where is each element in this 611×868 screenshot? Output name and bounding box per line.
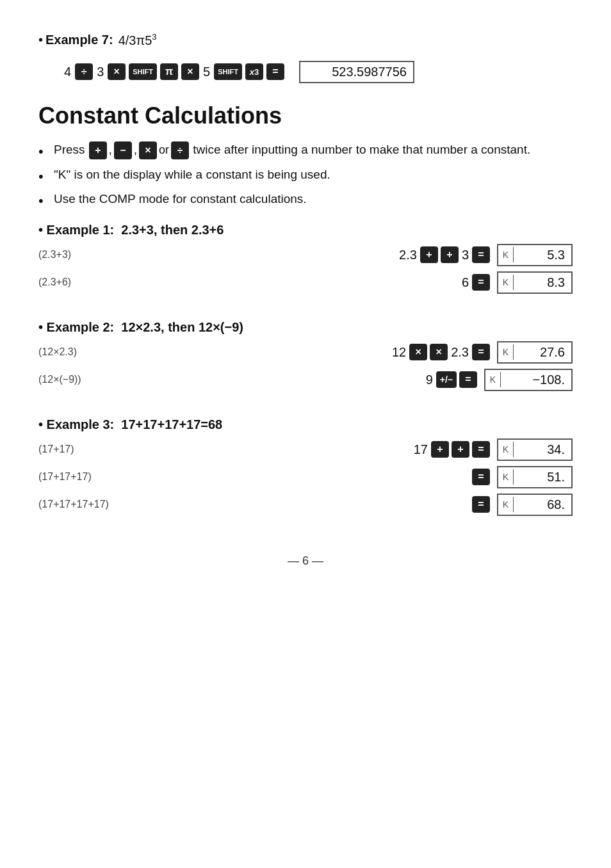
display-3a: K 34. xyxy=(497,438,573,461)
key-eq-1a: = xyxy=(472,246,490,263)
k-label-3b: K xyxy=(498,469,514,485)
key-4: 4 xyxy=(64,65,71,79)
bullet-1: Press +, −, × or ÷ twice after inputting… xyxy=(38,141,573,159)
display-val-1a: 5.3 xyxy=(514,245,571,265)
calc-label-1b: (2.3+6) xyxy=(38,277,122,288)
display-3c: K 68. xyxy=(497,494,573,516)
key-eq-2a: = xyxy=(472,344,490,360)
top-example-prefix: • xyxy=(38,33,43,47)
k-label-2b: K xyxy=(485,372,501,387)
top-example-row: • Example 7: 4/3π53 xyxy=(38,32,573,48)
key-shift-1: SHIFT xyxy=(129,63,157,80)
calc-label-3b: (17+17+17) xyxy=(38,471,122,483)
calc-row-17+17+17: (17+17+17) = K 51. xyxy=(38,466,573,488)
key-shift-2: SHIFT xyxy=(214,63,242,80)
key-plus-3b: + xyxy=(452,441,469,458)
display-val-3b: 51. xyxy=(514,467,571,487)
calc-row-17+17: (17+17) 17 + + = K 34. xyxy=(38,438,573,461)
example1-title: • Example 1: 2.3+3, then 2.3+6 xyxy=(38,223,573,237)
k-label-1b: K xyxy=(498,275,514,290)
calc-keys-1b: 6 = xyxy=(122,274,491,291)
k-label-2a: K xyxy=(498,344,514,360)
calc-label-2a: (12×2.3) xyxy=(38,346,122,358)
key-eq-1b: = xyxy=(472,274,490,291)
calc-keys-3c: = xyxy=(122,496,491,513)
calc-keys-3b: = xyxy=(122,469,491,485)
display-1a: K 5.3 xyxy=(497,244,573,266)
calc-keys-3a: 17 + + = xyxy=(122,441,491,458)
display-val-2b: −108. xyxy=(501,370,571,390)
key-divide: ÷ xyxy=(75,63,93,80)
top-example-formula: 4/3π53 xyxy=(118,32,157,48)
section-title: Constant Calculations xyxy=(38,102,573,129)
bullet-2: "K" is on the display while a constant i… xyxy=(38,166,573,184)
calc-keys-1a: 2.3 + + 3 = xyxy=(122,246,491,263)
display-2a: K 27.6 xyxy=(497,341,573,364)
key-equals-top: = xyxy=(266,63,284,80)
key-minus-bullet: − xyxy=(114,141,132,159)
key-times-2a: × xyxy=(409,344,427,360)
key-eq-3a: = xyxy=(472,441,490,458)
bullet-list: Press +, −, × or ÷ twice after inputting… xyxy=(38,141,573,209)
key-x3: x3 xyxy=(245,63,263,80)
example2-title: • Example 2: 12×2.3, then 12×(−9) xyxy=(38,320,573,335)
calc-row-12x2.3: (12×2.3) 12 × × 2.3 = K 27.6 xyxy=(38,341,573,364)
calc-label-1a: (2.3+3) xyxy=(38,249,122,261)
calc-label-2b: (12×(−9)) xyxy=(38,374,122,385)
example3-title: • Example 3: 17+17+17+17=68 xyxy=(38,417,573,432)
calc-row-17+17+17+17: (17+17+17+17) = K 68. xyxy=(38,494,573,516)
k-label-3c: K xyxy=(498,497,514,512)
top-display: 523.5987756 xyxy=(299,61,414,83)
top-example-keys: 4 ÷ 3 × SHIFT π × 5 SHIFT x3 = 523.59877… xyxy=(64,61,573,83)
key-eq-3c: = xyxy=(472,496,490,513)
top-example-title: Example 7: xyxy=(45,33,113,47)
display-val-1b: 8.3 xyxy=(514,273,571,293)
key-times-2b: × xyxy=(430,344,448,360)
key-plusminus: +/− xyxy=(436,371,457,388)
calc-keys-2b: 9 +/− = xyxy=(122,371,478,388)
key-eq-2b: = xyxy=(459,371,477,388)
display-val-3a: 34. xyxy=(514,440,571,460)
bullet-3: Use the COMP mode for constant calculati… xyxy=(38,190,573,209)
key-times-bullet: × xyxy=(139,141,157,159)
key-plus-1a: + xyxy=(420,246,438,263)
display-val-2a: 27.6 xyxy=(514,342,571,362)
display-2b: K −108. xyxy=(484,369,573,391)
k-label-1a: K xyxy=(498,247,514,262)
top-example-section: • Example 7: 4/3π53 4 ÷ 3 × SHIFT π × 5 … xyxy=(38,32,573,83)
calc-row-12x-9: (12×(−9)) 9 +/− = K −108. xyxy=(38,369,573,391)
calc-keys-2a: 12 × × 2.3 = xyxy=(122,344,491,360)
display-1b: K 8.3 xyxy=(497,271,573,294)
calc-row-2.3+6: (2.3+6) 6 = K 8.3 xyxy=(38,271,573,294)
key-multiply-1: × xyxy=(108,63,126,80)
calc-row-2.3+3: (2.3+3) 2.3 + + 3 = K 5.3 xyxy=(38,244,573,266)
key-div-bullet: ÷ xyxy=(171,141,189,159)
key-eq-3b: = xyxy=(472,469,490,485)
key-multiply-2: × xyxy=(181,63,199,80)
display-3b: K 51. xyxy=(497,466,573,488)
key-plus-bullet: + xyxy=(89,141,107,159)
key-plus-3a: + xyxy=(431,441,449,458)
display-val-3c: 68. xyxy=(514,495,571,515)
k-label-3a: K xyxy=(498,442,514,457)
key-plus-1b: + xyxy=(441,246,459,263)
num-2.3: 2.3 xyxy=(399,248,417,262)
key-pi: π xyxy=(160,63,178,80)
calc-label-3a: (17+17) xyxy=(38,444,122,455)
page-number: — 6 — xyxy=(38,554,573,568)
calc-label-3c: (17+17+17+17) xyxy=(38,499,122,510)
